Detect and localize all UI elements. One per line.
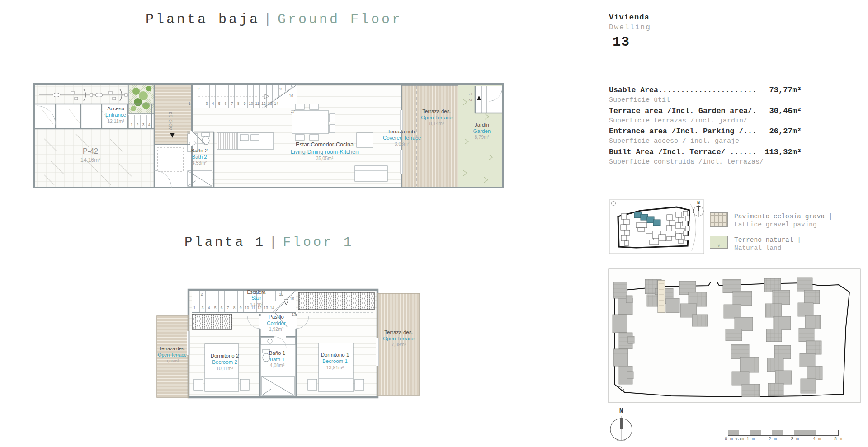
area-label-en: Entrance area /Incl. Parking /... (609, 127, 757, 136)
lattice-gravel-swatch (710, 212, 728, 227)
dwelling-number: 13 (613, 33, 651, 52)
area-row: Terrace area /Incl. Garden area/. 30,46m… (609, 107, 802, 117)
stair-number: 7 (227, 306, 229, 310)
scale-bar-labels: 0 m 0,5m 1 m 2 m 3 m 4 m 5 m (728, 437, 839, 443)
step-number: 2 (137, 122, 139, 127)
covered-terrace-area: 3,08m² (395, 141, 410, 146)
stair-label-es: Escalera (247, 289, 266, 295)
scale-label: 5 m (834, 437, 842, 442)
stair-number: 10 (245, 306, 249, 310)
title-separator: | (265, 235, 283, 250)
dwelling-label-en: Dwelling (609, 23, 651, 33)
bedroom2-label-en: Becroom 2 (212, 359, 237, 365)
area-label-es: Superficie acceso / incl. garaje (609, 137, 802, 148)
stair-number: 13 (268, 101, 272, 106)
stair-number: 8 (233, 306, 236, 310)
area-value: 26,27m² (769, 127, 802, 136)
area-value: 113,32m² (764, 148, 802, 156)
step-number: 3 (142, 122, 145, 127)
bedroom1-area: 13,91m² (326, 365, 344, 370)
parking-area: 14,16m² (80, 157, 100, 163)
scale-bar: 0 m 0,5m 1 m 2 m 3 m 4 m 5 m (728, 430, 839, 443)
stair-number: 15 (279, 292, 283, 296)
dwelling-label-es: Vivienda (609, 13, 651, 23)
living-label-es: Estar-Comedor-Cocina (296, 141, 354, 148)
bedroom1-label-en: Becroom 1 (322, 358, 348, 364)
open-terrace-label-en: Open Terrace (421, 115, 452, 120)
bedroom2-label-es: Dormitorio 2 (211, 353, 239, 358)
bedroom1-label-es: Dormitorio 1 (321, 352, 349, 358)
garden-area: 8,79m² (475, 134, 490, 140)
bath1-label-es: Baño 1 (269, 350, 285, 356)
corridor-label-es: Pasillo (269, 314, 284, 320)
stair-number: 12 (257, 306, 262, 310)
legend: Pavimento celosía grava | Lattice gravel… (710, 212, 833, 260)
floor1-title-es: Planta 1 (184, 235, 265, 250)
garden-label-es: Jardín (475, 122, 489, 127)
acceso-label-en: Entrance (105, 112, 126, 118)
living-label-en: Living-Dining room-Kitchen (291, 149, 359, 155)
living-area: 35,05m² (316, 155, 334, 161)
stair-number: 7 (231, 101, 233, 106)
stair-number: 9 (244, 101, 246, 106)
area-table: Usable Area...................... 73,77m… (609, 86, 802, 168)
dining-table (292, 110, 328, 134)
north-compass: N (609, 406, 634, 447)
title-separator: | (260, 12, 278, 27)
scale-label: 3 m (791, 437, 799, 442)
area-value: 73,77m² (769, 86, 802, 94)
stair-number: 17 (291, 109, 295, 113)
stair-number: 1 (193, 306, 196, 310)
ground-title-es: Planta baja (146, 12, 260, 27)
legend-item-lattice: Pavimento celosía grava | Lattice gravel… (710, 212, 833, 229)
step-number: 4 (148, 122, 151, 127)
covered-terrace-label-en: Coverec Terrace (383, 135, 421, 141)
acceso-area: 12,11m² (107, 118, 124, 124)
garden-step-number: 1 (468, 93, 472, 95)
scale-segment (739, 430, 750, 435)
area-label-es: Superficie útil (609, 96, 802, 107)
sofa (355, 166, 387, 181)
natural-land-swatch: ∨ (710, 236, 728, 249)
stair-number: 15 (279, 87, 283, 91)
terrace-left-label-es: Terraza des. (159, 346, 185, 351)
stair-number: 9 (240, 306, 242, 310)
scale-bar-segments (728, 430, 839, 436)
stair-number: 11 (255, 101, 259, 106)
scale-segment (783, 430, 794, 435)
area-row: Built Area /Incl. Terrace/ ...... 113,32… (609, 148, 802, 158)
stair-label-en: Stair (251, 295, 261, 301)
stair-number: 1 (189, 101, 191, 106)
stair-number: 11 (251, 306, 255, 310)
terrace-right-label-en: Open Terrace (383, 336, 414, 341)
stair-number: 2 (198, 87, 200, 91)
ground-floor-plan: Acceso Entrance 12,11m² 1 2 3 4 P-42 14,… (33, 82, 505, 191)
stair-number: 16 (289, 94, 293, 98)
north-label: N (619, 407, 623, 414)
corridor-area: 1,92m² (269, 326, 284, 332)
legend-lattice-en: Lattice gravel paving (734, 221, 833, 229)
legend-lattice-es: Pavimento celosía grava | (734, 212, 833, 221)
terrace-right-label-es: Terraza des. (384, 329, 413, 335)
area-value: 30,46m² (769, 107, 802, 115)
stair-number: 4 (212, 101, 214, 106)
garden-step-number: 2 (468, 99, 472, 101)
highlighted-dwelling-unit (658, 280, 665, 313)
stair-number: 5 (214, 306, 217, 310)
stair-number: 14 (270, 306, 274, 310)
bath2-area: 4,53m² (192, 160, 207, 165)
bath1-label-en: Bath 1 (269, 357, 284, 362)
area-label-en: Usable Area...................... (609, 86, 757, 94)
plan-sheet: Planta baja|Ground Floor Planta 1|Floor … (0, 0, 868, 447)
area-label-en: Terrace area /Incl. Garden area/. (609, 107, 757, 115)
step-number: 1 (131, 122, 133, 127)
acceso-label-es: Acceso (107, 106, 124, 111)
terrace-right-area: 7,39m² (392, 342, 406, 347)
area-label-es: Superficie construida /incl. terrazas/ (609, 158, 802, 169)
ground-floor-title: Planta baja|Ground Floor (146, 12, 402, 27)
north-label: N (697, 201, 700, 206)
scale-segment (772, 430, 783, 435)
parking-label: P-42 (83, 147, 98, 155)
open-terrace-area: 8,14m² (429, 121, 444, 126)
stair-number: 3 (202, 306, 204, 310)
